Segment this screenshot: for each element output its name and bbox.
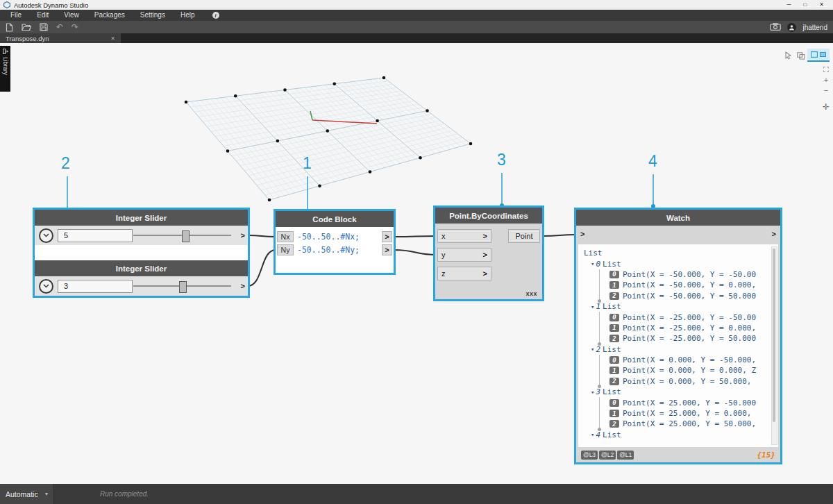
- dynamo-logo-icon: [3, 1, 10, 8]
- watch-list[interactable]: List▾0List0Point(X = -50.000, Y = -50.00…: [578, 244, 778, 447]
- watch-item-row: 0Point(X = -25.000, Y = -50.00: [609, 312, 778, 322]
- annotation-2[interactable]: 2: [61, 154, 70, 173]
- node-title[interactable]: Watch: [576, 210, 780, 226]
- group-label: List: [603, 345, 621, 354]
- output-port[interactable]: >: [382, 244, 392, 255]
- info-icon[interactable]: i: [212, 12, 219, 19]
- zoom-in-button[interactable]: +: [824, 76, 828, 84]
- menu-item-settings[interactable]: Settings: [133, 10, 173, 21]
- input-port-nx[interactable]: Nx: [277, 231, 294, 242]
- graph-canvas[interactable]: Library ⛶ + − ✛ 2 1 3 4: [0, 43, 833, 484]
- dynamo-app-window: Autodesk Dynamo Studio ─ □ ✕ File Edit V…: [0, 0, 833, 504]
- cursor-select-icon[interactable]: [784, 50, 792, 62]
- pan-icon[interactable]: ✛: [823, 102, 830, 112]
- watch-item-row: 2Point(X = -50.000, Y = 50.000: [609, 291, 778, 301]
- wire: [248, 250, 276, 286]
- output-port[interactable]: >: [772, 230, 776, 238]
- collapse-caret-icon: ▾: [591, 389, 594, 396]
- item-index-badge: 0: [609, 356, 619, 364]
- preview-point: [318, 184, 321, 187]
- level-badge-l2[interactable]: @L2: [599, 451, 616, 460]
- output-port[interactable]: >: [382, 231, 392, 242]
- run-status-message: Run completed.: [100, 490, 149, 498]
- open-icon[interactable]: [22, 23, 31, 31]
- item-value: Point(X = 0.000, Y = 0.000, Z: [623, 366, 756, 375]
- output-port[interactable]: >: [241, 282, 245, 290]
- node-title[interactable]: Point.ByCoordinates: [435, 208, 542, 224]
- watch-group-row[interactable]: ▾1List: [591, 301, 778, 312]
- preview-point: [369, 170, 372, 174]
- watch-group-items: 0Point(X = -50.000, Y = -50.001Point(X =…: [599, 269, 778, 301]
- input-port-y[interactable]: y >: [437, 248, 491, 262]
- node-title[interactable]: Code Block: [276, 211, 394, 227]
- menu-item-edit[interactable]: Edit: [29, 10, 56, 21]
- output-port-point[interactable]: Point: [508, 229, 540, 243]
- camera-icon[interactable]: [770, 21, 781, 33]
- preview-point: [469, 142, 473, 146]
- code-line[interactable]: -50..50..#Nx;: [297, 232, 382, 242]
- code-block-node[interactable]: Code Block Nx -50..50..#Nx; > Ny -50..50…: [274, 209, 396, 275]
- menu-item-view[interactable]: View: [56, 10, 87, 21]
- watch-node[interactable]: Watch > > List▾0List0Point(X = -50.000, …: [574, 208, 782, 464]
- output-port[interactable]: >: [241, 231, 245, 240]
- run-mode-select[interactable]: Automatic ▾: [0, 484, 54, 504]
- window-layout-icon[interactable]: [797, 50, 805, 62]
- zoom-fit-icon[interactable]: ⛶: [823, 65, 829, 74]
- wire: [542, 235, 577, 236]
- group-index: 2: [596, 345, 600, 354]
- collapse-caret-icon: ▾: [591, 260, 594, 267]
- slider-expand-button[interactable]: [39, 228, 53, 243]
- watch-group-row[interactable]: ▾3List: [591, 387, 778, 397]
- integer-slider-group[interactable]: Integer Slider 5 > Integer Slider: [33, 208, 250, 298]
- input-port[interactable]: >: [580, 230, 584, 238]
- minimize-icon[interactable]: ─: [787, 0, 791, 10]
- graph-view-icon: [820, 51, 826, 58]
- node-title[interactable]: Integer Slider: [35, 260, 248, 276]
- slider-handle[interactable]: [179, 281, 187, 293]
- input-port-z[interactable]: z >: [437, 267, 491, 280]
- integer-slider-node-2[interactable]: Integer Slider 3 >: [35, 260, 248, 296]
- redo-icon[interactable]: ↷: [71, 23, 78, 31]
- node-title[interactable]: Integer Slider: [35, 210, 248, 226]
- watch-group-row[interactable]: ▾0List: [591, 258, 778, 269]
- menu-item-help[interactable]: Help: [173, 10, 203, 21]
- menu-item-packages[interactable]: Packages: [87, 10, 133, 21]
- wire: [394, 250, 437, 255]
- slider-value-input[interactable]: 3: [58, 280, 133, 293]
- point-by-coordinates-node[interactable]: Point.ByCoordinates x > y > z > Point xx…: [433, 205, 544, 301]
- menu-item-file[interactable]: File: [3, 10, 29, 21]
- tab-transpose[interactable]: Transpose.dyn ✕: [0, 33, 121, 43]
- input-port-x[interactable]: x >: [437, 229, 491, 243]
- slider-track[interactable]: [133, 285, 231, 287]
- save-icon[interactable]: [40, 23, 48, 31]
- toolbar: ↶ ↷ jhattend: [0, 21, 833, 33]
- close-icon[interactable]: ✕: [819, 0, 824, 10]
- lacing-indicator[interactable]: xxx: [525, 290, 537, 297]
- integer-slider-node-1[interactable]: Integer Slider 5 >: [35, 210, 248, 245]
- run-mode-label: Automatic: [6, 490, 38, 498]
- annotation-1[interactable]: 1: [303, 154, 312, 173]
- watch-group-row[interactable]: ▾2List: [591, 344, 778, 355]
- item-value: Point(X = 25.000, Y = 50.000,: [623, 419, 756, 428]
- library-panel-collapsed[interactable]: Library: [0, 46, 10, 92]
- level-badge-l3[interactable]: @L3: [581, 451, 598, 460]
- annotation-4[interactable]: 4: [648, 152, 657, 171]
- preview-point: [276, 140, 280, 143]
- slider-track[interactable]: [133, 235, 231, 236]
- undo-icon[interactable]: ↶: [56, 23, 63, 31]
- port-arrow-icon: >: [483, 251, 487, 259]
- maximize-icon[interactable]: □: [803, 0, 807, 10]
- tab-close-icon[interactable]: ✕: [110, 35, 115, 42]
- code-line[interactable]: -50..50..#Ny;: [297, 245, 382, 255]
- zoom-out-button[interactable]: −: [824, 86, 828, 94]
- graph-view-toggle[interactable]: [807, 49, 830, 62]
- annotation-3[interactable]: 3: [497, 151, 506, 169]
- level-badge-l1[interactable]: @L1: [617, 451, 634, 460]
- user-avatar[interactable]: [787, 23, 796, 32]
- slider-expand-button[interactable]: [39, 279, 53, 294]
- slider-value-input[interactable]: 5: [58, 229, 133, 242]
- slider-handle[interactable]: [182, 230, 190, 242]
- watch-group-row[interactable]: ▾4List: [591, 430, 778, 440]
- input-port-ny[interactable]: Ny: [277, 244, 294, 255]
- new-file-icon[interactable]: [6, 23, 13, 32]
